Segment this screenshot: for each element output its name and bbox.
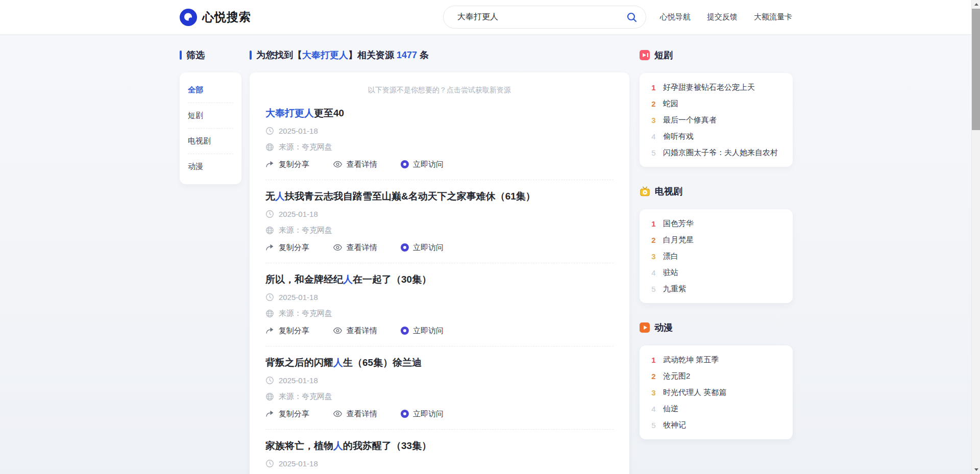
rank-number: 4 — [651, 132, 656, 141]
filter-item-tvseries[interactable]: 电视剧 — [188, 129, 233, 154]
view-detail-button[interactable]: 查看详情 — [333, 243, 377, 253]
rank-item[interactable]: 4偷听有戏 — [651, 128, 788, 144]
clock-icon — [265, 459, 274, 468]
globe-icon — [265, 392, 274, 401]
visit-now-button[interactable]: 立即访问 — [401, 326, 444, 336]
visit-now-button[interactable]: 立即访问 — [401, 409, 444, 419]
date-text: 2025-01-18 — [279, 127, 318, 135]
rank-item[interactable]: 5闪婚京圈太子爷：夫人她来自农村 — [651, 144, 788, 161]
result-title-link[interactable]: 背叛之后的闪耀人生（65集）徐兰迪 — [265, 357, 614, 369]
filter-item-all[interactable]: 全部 — [188, 78, 233, 103]
scroll-up-button[interactable] — [972, 0, 980, 9]
action-label: 复制分享 — [279, 326, 309, 336]
brand-name: 心悦搜索 — [202, 9, 251, 25]
action-label: 立即访问 — [413, 409, 444, 419]
result-actions: 复制分享 查看详情 立即访问 — [265, 326, 614, 336]
copy-share-button[interactable]: 复制分享 — [265, 409, 309, 419]
view-detail-button[interactable]: 查看详情 — [333, 326, 377, 336]
copy-share-button[interactable]: 复制分享 — [265, 326, 309, 336]
title-text: 在一起了（30集） — [353, 274, 431, 285]
scroll-down-button[interactable] — [972, 465, 980, 474]
ranking-card: 1国色芳华 2白月梵星 3漂白 4驻站 5九重紫 — [640, 209, 793, 303]
rank-item[interactable]: 2蛇园 — [651, 95, 788, 112]
arrow-down-icon — [974, 468, 978, 471]
result-source: 来源：夸克网盘 — [265, 142, 614, 152]
rank-item[interactable]: 3最后一个修真者 — [651, 112, 788, 128]
nav-link-navigation[interactable]: 心悦导航 — [660, 12, 691, 22]
visit-icon — [401, 243, 409, 252]
rank-item[interactable]: 1武动乾坤 第五季 — [651, 352, 788, 368]
action-label: 查看详情 — [347, 326, 377, 336]
view-detail-button[interactable]: 查看详情 — [333, 160, 377, 169]
brand[interactable]: 心悦搜索 — [180, 0, 251, 34]
filter-item-shortdrama[interactable]: 短剧 — [188, 103, 233, 129]
rank-item[interactable]: 3时光代理人 英都篇 — [651, 384, 788, 401]
globe-icon — [265, 143, 274, 152]
rank-item[interactable]: 1好孕甜妻被钻石老公宠上天 — [651, 79, 788, 95]
nav-link-data-card[interactable]: 大额流量卡 — [754, 12, 792, 22]
rank-item[interactable]: 2沧元图2 — [651, 368, 788, 384]
rank-number: 4 — [651, 405, 656, 413]
title-text: 背叛之后的闪耀 — [265, 357, 333, 368]
action-label: 查看详情 — [347, 243, 377, 253]
copy-share-button[interactable]: 复制分享 — [265, 243, 309, 253]
action-label: 立即访问 — [413, 326, 444, 336]
rank-number: 5 — [651, 148, 656, 157]
rank-item[interactable]: 1国色芳华 — [651, 215, 788, 232]
rank-title: 九重紫 — [663, 284, 686, 294]
copy-share-button[interactable]: 复制分享 — [265, 160, 309, 169]
result-item: 无人扶我青云志我自踏雪至山巅&名动天下之家事难休（61集） 2025-01-18… — [265, 180, 614, 263]
view-detail-button[interactable]: 查看详情 — [333, 409, 377, 419]
rank-number: 4 — [651, 268, 656, 277]
result-item: 大奉打更人更至40 2025-01-18 来源：夸克网盘 复制分享 查看详情 — [265, 97, 614, 180]
action-label: 复制分享 — [279, 409, 309, 419]
result-title-link[interactable]: 所以，和金牌经纪人在一起了（30集） — [265, 273, 614, 286]
ranking-title: 短剧 — [654, 49, 673, 61]
clock-icon — [265, 127, 274, 135]
rank-title: 闪婚京圈太子爷：夫人她来自农村 — [663, 148, 778, 158]
ranking-heading: 动漫 — [640, 321, 793, 334]
nav-link-feedback[interactable]: 提交反馈 — [707, 12, 738, 22]
visit-icon — [401, 327, 409, 335]
tv-icon — [640, 186, 650, 197]
results-heading-text: 为您找到【大奉打更人】相关资源 1477 条 — [256, 49, 429, 61]
result-title-link[interactable]: 家族将亡，植物人的我苏醒了（33集） — [265, 440, 614, 452]
heading-text: 】相关资源 — [348, 50, 397, 60]
share-icon — [265, 410, 275, 418]
title-text: 更至40 — [314, 108, 344, 118]
result-item: 背叛之后的闪耀人生（65集）徐兰迪 2025-01-18 来源：夸克网盘 复制分… — [265, 346, 614, 430]
result-source: 来源：夸克网盘 — [265, 225, 614, 235]
filter-item-anime[interactable]: 动漫 — [188, 154, 233, 179]
rank-item[interactable]: 4驻站 — [651, 264, 788, 281]
visit-now-button[interactable]: 立即访问 — [401, 243, 444, 253]
search-button[interactable] — [622, 12, 646, 23]
rank-item[interactable]: 5牧神记 — [651, 417, 788, 433]
title-text: 生（65集）徐兰迪 — [343, 357, 422, 368]
rank-item[interactable]: 4仙逆 — [651, 401, 788, 417]
ranking-title: 动漫 — [654, 321, 673, 334]
result-title-link[interactable]: 无人扶我青云志我自踏雪至山巅&名动天下之家事难休（61集） — [265, 190, 614, 203]
short-drama-icon — [640, 50, 650, 60]
ranking-card: 1好孕甜妻被钻石老公宠上天 2蛇园 3最后一个修真者 4偷听有戏 5闪婚京圈太子… — [640, 73, 793, 167]
action-label: 复制分享 — [279, 243, 309, 253]
eye-icon — [333, 243, 342, 252]
rank-number: 3 — [651, 252, 656, 261]
action-label: 立即访问 — [413, 243, 444, 253]
rank-item[interactable]: 2白月梵星 — [651, 232, 788, 248]
result-actions: 复制分享 查看详情 立即访问 — [265, 242, 614, 253]
visit-icon — [401, 160, 409, 168]
visit-now-button[interactable]: 立即访问 — [401, 160, 444, 169]
result-title-link[interactable]: 大奉打更人更至40 — [265, 107, 614, 119]
scrollbar-track[interactable] — [971, 0, 980, 474]
filter-sidebar: 筛选 全部 短剧 电视剧 动漫 — [180, 49, 241, 184]
search-input[interactable] — [444, 13, 622, 22]
ranking-section-shortdrama: 短剧 1好孕甜妻被钻石老公宠上天 2蛇园 3最后一个修真者 4偷听有戏 5闪婚京… — [640, 49, 793, 167]
title-keyword: 人 — [333, 440, 343, 451]
rank-number: 1 — [651, 83, 656, 92]
scrollbar-thumb[interactable] — [972, 9, 980, 130]
rank-item[interactable]: 5九重紫 — [651, 281, 788, 297]
rank-item[interactable]: 3漂白 — [651, 248, 788, 264]
refresh-notice[interactable]: 以下资源不是你想要的？点击尝试获取新资源 — [265, 86, 614, 95]
rank-number: 1 — [651, 356, 656, 364]
result-actions: 复制分享 查看详情 立即访问 — [265, 159, 614, 169]
